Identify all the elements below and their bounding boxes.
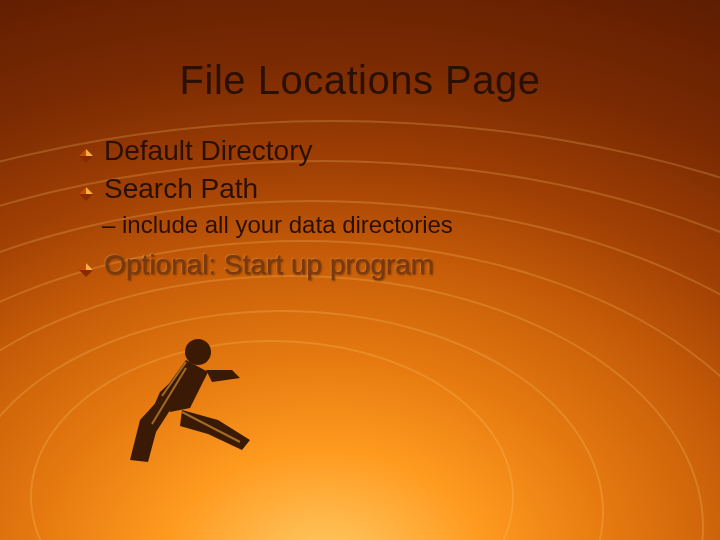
bullet-item-optional: Optional: Start up program — [78, 249, 680, 281]
svg-point-1 — [138, 425, 154, 435]
svg-marker-6 — [86, 187, 93, 194]
runner-silhouette — [90, 300, 260, 470]
slide-title: File Locations Page — [0, 58, 720, 103]
svg-marker-9 — [86, 263, 93, 270]
diamond-bullet-icon — [78, 262, 94, 282]
svg-marker-7 — [79, 187, 86, 194]
diamond-bullet-icon — [78, 186, 94, 206]
slide-body: Default Directory Search Path – include … — [78, 135, 680, 287]
bullet-text: Default Directory — [104, 135, 313, 167]
bullet-item: Search Path — [78, 173, 680, 205]
sub-bullet: – include all your data directories — [102, 211, 680, 239]
svg-marker-3 — [86, 149, 93, 156]
diamond-bullet-icon — [78, 148, 94, 168]
slide: File Locations Page Default Directory — [0, 0, 720, 540]
svg-point-0 — [185, 339, 211, 365]
bullet-item: Default Directory — [78, 135, 680, 167]
svg-marker-10 — [79, 263, 86, 270]
bullet-text: Optional: Start up program — [104, 249, 434, 281]
bullet-text: Search Path — [104, 173, 258, 205]
svg-marker-4 — [79, 149, 86, 156]
